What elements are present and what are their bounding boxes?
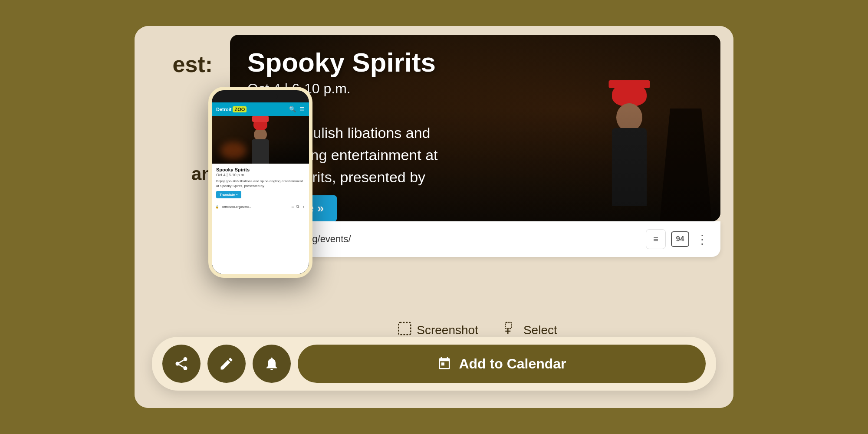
phone-notch	[243, 94, 278, 99]
reader-mode-button[interactable]: ≡	[646, 229, 666, 249]
edit-button[interactable]	[207, 345, 246, 383]
svg-point-4	[184, 357, 187, 361]
phone-hero-img	[212, 116, 309, 164]
phone-event-title: Spooky Spirits	[216, 167, 305, 172]
edit-icon	[219, 356, 234, 372]
hero-desc-line1: Enjoy ghoulish libations and pine-tingli…	[247, 122, 703, 188]
phone-header-icons: 🔍 ☰	[289, 106, 305, 112]
phone-logo-zoo: ZOO	[233, 106, 247, 112]
svg-rect-1	[505, 322, 511, 329]
notify-button[interactable]	[253, 345, 291, 383]
phone-translate-btn[interactable]: Translate »	[216, 191, 241, 198]
hero-title: Spooky Spirits	[247, 48, 436, 77]
main-card: est: an Detroit ZOO 🔍	[135, 26, 733, 408]
phone-screen: Detroit ZOO 🔍 ☰	[212, 102, 309, 274]
svg-point-6	[184, 366, 187, 370]
phone-mockup: Detroit ZOO 🔍 ☰	[208, 87, 312, 278]
phone-event-date: Oct 4 | 6-10 p.m.	[216, 173, 305, 177]
more-options-button[interactable]: ⋮	[694, 231, 710, 247]
left-text-fest: est:	[135, 52, 221, 77]
url-text[interactable]: detroitzoo.org/events/	[259, 233, 639, 245]
actions-bar: Add to Calendar	[152, 337, 716, 391]
phone-bottom-bar: 🔒 detroitzoo.org/event... ⌂ ⧉ ⋮	[212, 202, 309, 211]
phone-logo-text: Detroit	[216, 107, 231, 112]
phone-event-desc: Enjoy ghoulish libations and spine-tingl…	[216, 179, 305, 188]
svg-point-5	[176, 362, 180, 366]
share-icon	[174, 356, 189, 372]
outer-container: est: an Detroit ZOO 🔍	[95, 13, 773, 421]
phone-url-text: detroitzoo.org/event...	[222, 205, 289, 208]
phone-content: Spooky Spirits Oct 4 | 6-10 p.m. Enjoy g…	[212, 164, 309, 202]
phone-search-icon[interactable]: 🔍	[289, 106, 296, 112]
actions-container: Add to Calendar	[135, 328, 733, 408]
phone-header: Detroit ZOO 🔍 ☰	[212, 102, 309, 116]
browser-actions: ≡ 94 ⋮	[646, 229, 710, 249]
add-to-calendar-button[interactable]: Add to Calendar	[298, 345, 706, 383]
share-button[interactable]	[162, 345, 201, 383]
calendar-icon	[437, 356, 452, 371]
add-calendar-label: Add to Calendar	[459, 356, 566, 372]
phone-logo: Detroit ZOO	[216, 106, 247, 112]
svg-line-8	[179, 360, 184, 363]
bell-icon	[264, 356, 279, 372]
phone-lock-icon: 🔒	[215, 205, 219, 209]
svg-line-7	[179, 365, 184, 367]
phone-menu-icon[interactable]: ☰	[299, 106, 305, 112]
phone-bottom-icons: ⌂ ⧉ ⋮	[292, 204, 306, 209]
phone-tabs-icon[interactable]: ⧉	[296, 204, 299, 209]
tab-count-button[interactable]: 94	[671, 231, 689, 247]
phone-home-icon[interactable]: ⌂	[292, 204, 294, 209]
phone-more-icon[interactable]: ⋮	[302, 204, 306, 209]
